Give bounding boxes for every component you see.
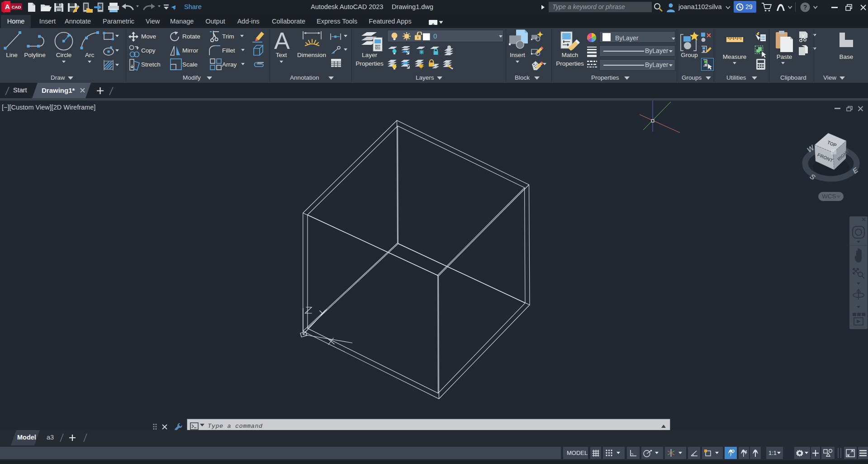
svg-text:A: A bbox=[5, 3, 10, 10]
svg-text:CAD: CAD bbox=[12, 5, 21, 10]
svg-text:?: ? bbox=[803, 4, 807, 11]
